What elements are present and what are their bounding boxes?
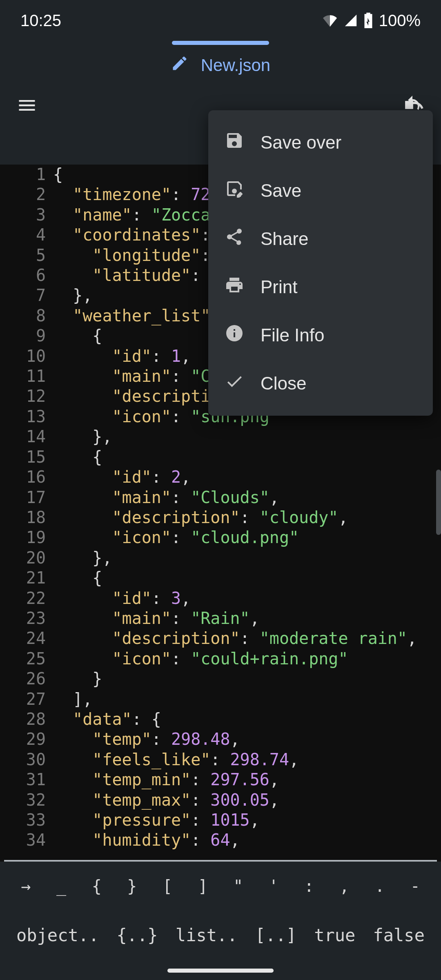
snippet-key[interactable]: true [314,925,355,945]
code-content[interactable]: "temp_max": 300.05, [53,790,279,810]
menu-file-info[interactable]: File Info [208,311,433,359]
wifi-icon [322,13,338,27]
symbol-key[interactable]: [ [154,877,181,895]
symbol-key[interactable]: " [225,877,252,895]
battery-percentage: 100% [379,11,421,30]
line-number: 10 [0,346,53,366]
code-line[interactable]: 23 "main": "Rain", [0,608,441,628]
snippet-key[interactable]: [..] [255,925,296,945]
code-line[interactable]: 14 }, [0,427,441,447]
line-number: 14 [0,427,53,447]
scrollbar-thumb[interactable] [436,470,441,535]
line-number: 6 [0,265,53,285]
code-content[interactable]: "description": "moderate rain", [53,628,417,648]
code-content[interactable]: "icon": "cloud.png" [53,528,299,548]
code-line[interactable]: 29 "temp": 298.48, [0,729,441,749]
line-number: 23 [0,608,53,628]
code-content[interactable]: "icon": "could+rain.png" [53,649,348,669]
code-line[interactable]: 30 "feels_like": 298.74, [0,750,441,770]
menu-label: Save over [261,132,341,153]
code-content[interactable]: "name": "Zocca", [53,205,230,225]
cellular-icon [344,13,358,27]
snippet-key[interactable]: false [373,925,425,945]
symbol-key[interactable]: → [12,877,40,895]
line-number: 12 [0,386,53,406]
code-content[interactable]: } [53,669,102,689]
symbol-key[interactable]: ' [260,877,287,895]
code-content[interactable]: { [53,165,63,185]
hamburger-menu-icon[interactable] [16,95,38,118]
line-number: 2 [0,185,53,205]
line-number: 8 [0,306,53,326]
symbol-key[interactable]: : [295,877,323,895]
svg-rect-0 [405,101,413,109]
menu-share[interactable]: Share [208,215,433,263]
menu-save-over[interactable]: Save over [208,118,433,167]
code-content[interactable]: "humidity": 64, [53,830,240,850]
code-content[interactable]: "id": 1, [53,346,191,366]
menu-label: Save [261,180,301,201]
code-line[interactable]: 34 "humidity": 64, [0,830,441,850]
code-line[interactable]: 17 "main": "Clouds", [0,488,441,508]
line-number: 32 [0,790,53,810]
code-content[interactable]: "pressure": 1015, [53,810,260,830]
menu-print[interactable]: Print [208,263,433,311]
menu-save[interactable]: Save [208,167,433,215]
line-number: 28 [0,709,53,729]
file-tab[interactable]: New.json [0,45,441,86]
code-content[interactable]: "main": "Clouds", [53,488,279,508]
code-content[interactable]: "temp": 298.48, [53,729,240,749]
code-content[interactable]: ], [53,689,92,709]
code-line[interactable]: 19 "icon": "cloud.png" [0,528,441,548]
code-line[interactable]: 20 }, [0,548,441,568]
line-number: 20 [0,548,53,568]
code-line[interactable]: 26 } [0,669,441,689]
code-content[interactable]: }, [53,285,92,305]
line-number: 30 [0,750,53,770]
symbol-key[interactable]: { [83,877,110,895]
code-content[interactable]: "id": 3, [53,588,191,608]
menu-close[interactable]: Close [208,359,433,408]
code-line[interactable]: 33 "pressure": 1015, [0,810,441,830]
code-line[interactable]: 21 { [0,568,441,588]
code-line[interactable]: 22 "id": 3, [0,588,441,608]
code-content[interactable]: }, [53,548,112,568]
line-number: 4 [0,225,53,245]
code-line[interactable]: 28 "data": { [0,709,441,729]
menu-label: File Info [261,325,325,345]
code-content[interactable]: "feels_like": 298.74, [53,750,299,770]
status-time: 10:25 [20,11,61,30]
code-content[interactable]: "main": "Rain", [53,608,260,628]
symbol-key[interactable]: , [331,877,358,895]
code-content[interactable]: "description": "cloudy", [53,508,348,528]
code-content[interactable]: "data": { [53,709,161,729]
symbol-key[interactable]: - [401,877,429,895]
code-line[interactable]: 25 "icon": "could+rain.png" [0,649,441,669]
code-line[interactable]: 18 "description": "cloudy", [0,508,441,528]
code-content[interactable]: "id": 2, [53,467,191,487]
code-line[interactable]: 31 "temp_min": 297.56, [0,770,441,790]
code-content[interactable]: }, [53,427,112,447]
symbol-key[interactable]: _ [48,877,75,895]
code-content[interactable]: "temp_min": 297.56, [53,770,279,790]
code-line[interactable]: 16 "id": 2, [0,467,441,487]
nav-home-indicator[interactable] [167,969,274,973]
snippet-key[interactable]: {..} [117,925,158,945]
code-line[interactable]: 32 "temp_max": 300.05, [0,790,441,810]
line-number: 16 [0,467,53,487]
line-number: 29 [0,729,53,749]
symbol-key[interactable]: ] [189,877,216,895]
code-line[interactable]: 24 "description": "moderate rain", [0,628,441,648]
symbol-key[interactable]: } [118,877,146,895]
snippet-key[interactable]: object.. [16,925,99,945]
code-line[interactable]: 15 { [0,447,441,467]
code-line[interactable]: 27 ], [0,689,441,709]
line-number: 34 [0,830,53,850]
symbol-key[interactable]: . [366,877,394,895]
status-right: 100% [322,11,421,30]
code-content[interactable]: { [53,568,102,588]
snippet-key[interactable]: list.. [176,925,238,945]
code-content[interactable]: "coordinates": { [53,225,230,245]
code-content[interactable]: { [53,447,102,467]
code-content[interactable]: { [53,326,102,346]
